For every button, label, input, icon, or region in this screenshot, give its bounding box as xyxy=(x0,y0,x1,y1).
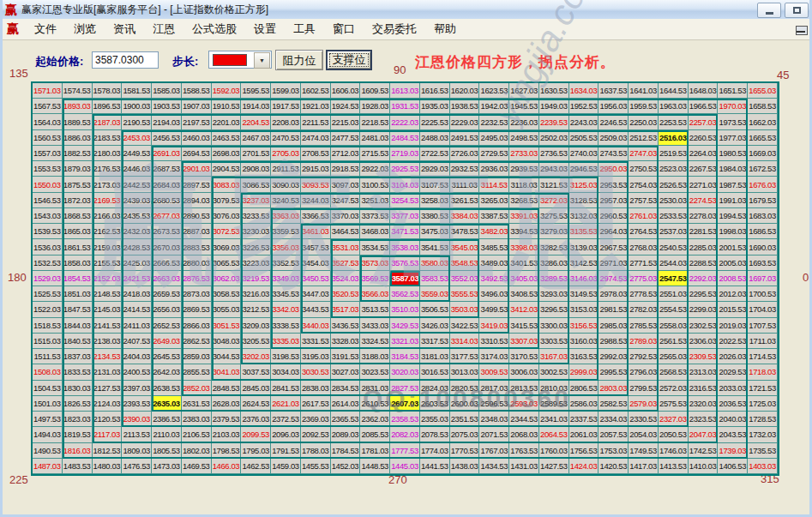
grid-cell[interactable]: 2929.03 xyxy=(420,161,450,177)
grid-cell[interactable]: 2232.53 xyxy=(479,114,509,129)
grid-cell[interactable]: 2841.53 xyxy=(271,381,301,396)
grid-cell[interactable]: 3223.03 xyxy=(241,255,271,271)
grid-cell[interactable]: 1749.53 xyxy=(629,443,659,459)
grid-cell[interactable]: 1921.03 xyxy=(301,99,331,114)
grid-cell[interactable]: 1438.03 xyxy=(450,459,480,474)
grid-cell[interactable]: 2008.53 xyxy=(718,271,748,286)
grid-cell[interactable]: 2362.03 xyxy=(360,412,390,427)
grid-cell[interactable]: 2663.03 xyxy=(152,271,182,286)
grid-cell[interactable]: 1819.53 xyxy=(63,427,93,442)
grid-cell[interactable]: 1571.03 xyxy=(33,83,63,99)
grid-cell[interactable]: 2617.53 xyxy=(301,396,331,412)
grid-cell[interactable]: 2204.53 xyxy=(241,114,271,129)
grid-cell[interactable]: 2302.53 xyxy=(689,318,719,334)
grid-cell[interactable]: 1707.53 xyxy=(748,318,778,334)
grid-cell[interactable]: 3583.53 xyxy=(420,271,450,286)
grid-cell[interactable]: 3153.03 xyxy=(569,302,599,317)
grid-cell[interactable]: 3307.03 xyxy=(509,334,539,349)
grid-cell[interactable]: 2712.03 xyxy=(331,146,361,161)
grid-cell[interactable]: 3097.03 xyxy=(331,177,361,192)
grid-cell[interactable]: 2334.03 xyxy=(598,412,629,427)
grid-cell[interactable]: 2761.03 xyxy=(629,208,659,224)
grid-cell[interactable]: 3205.53 xyxy=(241,334,271,349)
grid-cell[interactable]: 2029.53 xyxy=(718,364,748,380)
grid-cell[interactable]: 2705.03 xyxy=(271,146,301,161)
grid-cell[interactable]: 2736.53 xyxy=(539,146,569,161)
grid-cell[interactable]: 1504.53 xyxy=(33,381,63,396)
grid-cell[interactable]: 2554.53 xyxy=(659,302,689,317)
grid-cell[interactable]: 2684.03 xyxy=(152,177,182,192)
grid-cell[interactable]: 3076.03 xyxy=(212,208,242,224)
grid-cell[interactable]: 2484.53 xyxy=(390,130,420,146)
grid-cell[interactable]: 2040.03 xyxy=(718,412,748,427)
grid-cell[interactable]: 3275.53 xyxy=(539,208,569,224)
grid-cell[interactable]: 2253.53 xyxy=(659,114,689,129)
grid-cell[interactable]: 1413.53 xyxy=(659,459,689,474)
grid-cell[interactable]: 2540.53 xyxy=(659,239,689,255)
grid-cell[interactable]: 2628.03 xyxy=(212,396,242,412)
grid-cell[interactable]: 1872.03 xyxy=(63,193,93,208)
grid-cell[interactable]: 3030.53 xyxy=(301,364,331,380)
grid-cell[interactable]: 2442.53 xyxy=(122,177,152,192)
grid-cell[interactable]: 3485.53 xyxy=(479,239,509,255)
grid-cell[interactable]: 3209.03 xyxy=(241,318,271,334)
grid-cell[interactable]: 2299.03 xyxy=(689,302,719,317)
grid-cell[interactable]: 3506.53 xyxy=(420,302,450,317)
grid-cell[interactable]: 1823.03 xyxy=(63,412,93,427)
grid-cell[interactable]: 3230.03 xyxy=(241,224,271,239)
grid-cell[interactable]: 2022.53 xyxy=(718,334,748,349)
grid-cell[interactable]: 1945.53 xyxy=(509,99,539,114)
grid-cell[interactable]: 2960.53 xyxy=(598,208,629,224)
grid-cell[interactable]: 2005.03 xyxy=(718,255,748,271)
grid-cell[interactable]: 1497.53 xyxy=(33,412,63,427)
grid-cell[interactable]: 2827.53 xyxy=(390,381,420,396)
grid-cell[interactable]: 2820.53 xyxy=(450,381,480,396)
grid-cell[interactable]: 2463.53 xyxy=(212,130,242,146)
grid-cell[interactable]: 2453.03 xyxy=(122,130,152,146)
menu-item-文件[interactable]: 文件 xyxy=(26,19,65,39)
menu-item-交易委托[interactable]: 交易委托 xyxy=(364,19,425,39)
grid-cell[interactable]: 2873.03 xyxy=(182,286,212,302)
grid-cell[interactable]: 2505.53 xyxy=(569,130,599,146)
grid-cell[interactable]: 2645.53 xyxy=(152,349,182,364)
grid-cell[interactable]: 2187.03 xyxy=(93,114,123,129)
grid-cell[interactable]: 3380.53 xyxy=(420,208,450,224)
grid-cell[interactable]: 2162.53 xyxy=(93,224,123,239)
grid-cell[interactable]: 2351.53 xyxy=(450,412,480,427)
grid-cell[interactable]: 3170.53 xyxy=(509,349,539,364)
grid-cell[interactable]: 2383.03 xyxy=(182,412,212,427)
grid-cell[interactable]: 3006.03 xyxy=(509,364,539,380)
grid-cell[interactable]: 2845.03 xyxy=(241,381,271,396)
grid-cell[interactable]: 1543.03 xyxy=(33,208,63,224)
grid-cell[interactable]: 3548.53 xyxy=(450,255,480,271)
grid-cell[interactable]: 1515.03 xyxy=(33,334,63,349)
grid-cell[interactable]: 1427.53 xyxy=(539,459,569,474)
grid-cell[interactable]: 2936.03 xyxy=(479,161,509,177)
grid-cell[interactable]: 2117.03 xyxy=(93,427,123,442)
grid-cell[interactable]: 1767.03 xyxy=(479,443,509,459)
grid-cell[interactable]: 1889.53 xyxy=(63,114,93,129)
grid-cell[interactable]: 2236.03 xyxy=(509,114,539,129)
grid-cell[interactable]: 2621.03 xyxy=(271,396,301,412)
menu-item-窗口[interactable]: 窗口 xyxy=(324,19,364,39)
grid-cell[interactable]: 2687.53 xyxy=(152,161,182,177)
grid-cell[interactable]: 3149.53 xyxy=(569,286,599,302)
grid-cell[interactable]: 3181.03 xyxy=(420,349,450,364)
grid-cell[interactable]: 1518.53 xyxy=(33,318,63,334)
grid-cell[interactable]: 2586.03 xyxy=(569,396,599,412)
grid-cell[interactable]: 3069.03 xyxy=(212,239,242,255)
grid-cell[interactable]: 3279.03 xyxy=(539,224,569,239)
grid-cell[interactable]: 2985.03 xyxy=(598,318,629,334)
grid-cell[interactable]: 3510.03 xyxy=(390,302,420,317)
grid-cell[interactable]: 2292.03 xyxy=(689,271,719,286)
grid-cell[interactable]: 2439.03 xyxy=(122,193,152,208)
grid-cell[interactable]: 1763.53 xyxy=(509,443,539,459)
grid-cell[interactable]: 3041.03 xyxy=(212,364,242,380)
grid-cell[interactable]: 3016.53 xyxy=(420,364,450,380)
grid-cell[interactable]: 1956.03 xyxy=(598,99,629,114)
grid-cell[interactable]: 1599.03 xyxy=(271,83,301,99)
grid-cell[interactable]: 3503.03 xyxy=(450,302,480,317)
grid-cell[interactable]: 1774.03 xyxy=(420,443,450,459)
grid-cell[interactable]: 3387.53 xyxy=(479,208,509,224)
grid-cell[interactable]: 1462.53 xyxy=(241,459,271,474)
